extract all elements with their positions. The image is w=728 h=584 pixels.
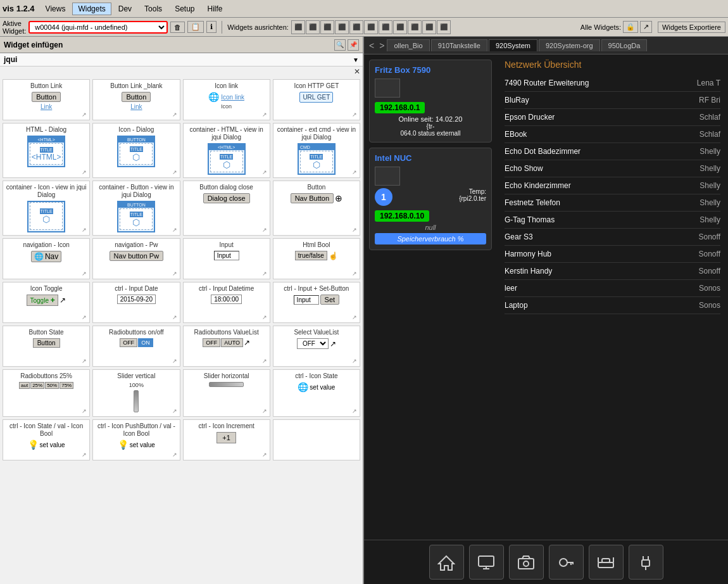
align-btn-3[interactable]: ⬛ <box>320 20 334 34</box>
network-item-3: EBook Schlaf <box>505 126 720 143</box>
network-name-10: Harmony Hub <box>505 250 699 258</box>
network-item-13: Laptop Sonos <box>505 297 720 314</box>
tab-arrow-right[interactable]: > <box>377 41 387 51</box>
widget-cell-html-dialog[interactable]: HTML - Dialog <HTML> TITLE <HTML> ↗ <box>3 123 90 178</box>
widget-cell-nav-icon[interactable]: navigation - Icon 🌐 Nav ↗ <box>3 238 90 279</box>
align-btn-2[interactable]: ⬛ <box>306 20 320 34</box>
align-btn-1[interactable]: ⬛ <box>291 20 305 34</box>
menu-dev[interactable]: Dev <box>113 3 137 15</box>
align-btn-5[interactable]: ⬛ <box>349 20 363 34</box>
widget-cell-button-link-blank[interactable]: Button Link _blank Button Link ↗ <box>92 79 180 120</box>
bottom-btn-monitor[interactable] <box>469 545 504 580</box>
radio-valuelist-preview: OFF AUTO ↗ <box>203 338 250 347</box>
widget-cell-icon-http-get[interactable]: Icon HTTP GET URL GET ↗ <box>273 79 360 120</box>
widget-selector[interactable]: w00044 (jqui-mfd - undefined) <box>28 21 168 34</box>
widget-cell-button-state[interactable]: Button State Button ↗ <box>3 326 90 367</box>
widget-cell-html-bool[interactable]: Html Bool true/false ☝ ↗ <box>273 238 360 279</box>
tab-920system[interactable]: 920System <box>489 39 537 51</box>
widget-cell-input[interactable]: Input Input ↗ <box>183 238 270 279</box>
bottom-btn-home[interactable] <box>429 545 464 580</box>
speicher-btn[interactable]: Speicherverbrauch % <box>375 233 486 244</box>
svg-point-5 <box>524 561 529 566</box>
widget-cell-radio-onoff[interactable]: Radiobuttons on/off OFF ON ↗ <box>92 326 180 367</box>
network-name-1: BluRay <box>505 96 699 105</box>
menu-widgets[interactable]: Widgets <box>72 3 111 15</box>
container-icon-preview: TITLE ⬡ <box>27 201 65 232</box>
widget-cell-container-html[interactable]: container - HTML - view in jqui Dialog <… <box>183 123 270 178</box>
menu-tools[interactable]: Tools <box>139 3 168 15</box>
widget-cell-input-set[interactable]: ctrl - Input + Set-Button Input Set ↗ <box>273 282 360 323</box>
bottom-btn-bed[interactable] <box>589 545 624 580</box>
widget-cell-icon-state-bool[interactable]: ctrl - Icon State / val - Icon Bool 💡 se… <box>3 419 90 460</box>
align-btn-9[interactable]: ⬛ <box>408 20 422 34</box>
tab-920system-org[interactable]: 920System-org <box>539 39 600 51</box>
drag-handle-22: ↗ <box>171 357 179 365</box>
widget-row-4: navigation - Icon 🌐 Nav ↗ navigation - P… <box>3 238 360 279</box>
link-preview: Link <box>41 103 52 110</box>
alle-lock-btn[interactable]: 🔒 <box>623 21 638 33</box>
category-dropdown[interactable]: jqui ▼ <box>0 53 363 67</box>
pin-icon[interactable]: 📌 <box>348 39 359 51</box>
tab-arrow-left[interactable]: < <box>367 41 377 51</box>
widget-cell-nav-button[interactable]: Button Nav Button ⊕ ↗ <box>273 181 360 236</box>
widget-cell-slider-h[interactable]: Slider horizontal ↗ <box>183 369 270 417</box>
align-btn-8[interactable]: ⬛ <box>393 20 407 34</box>
widget-label-icon-pushbutton: ctrl - Icon PushButton / val - Icon Bool <box>96 422 177 438</box>
bottom-btn-plug[interactable] <box>629 545 663 580</box>
drag-handle-18: ↗ <box>171 314 179 321</box>
widget-cell-icon-link[interactable]: Icon link 🌐 Icon link Icon ↗ <box>183 79 270 120</box>
widgets-export-btn[interactable]: Widgets Exportiere <box>658 22 725 33</box>
widget-cell-button-link[interactable]: Button Link Button Link ↗ <box>3 79 90 120</box>
widget-cell-container-button[interactable]: container - Button - view in jqui Dialog… <box>92 181 180 236</box>
align-btn-4[interactable]: ⬛ <box>335 20 349 34</box>
menu-views[interactable]: Views <box>40 3 72 15</box>
align-btn-10[interactable]: ⬛ <box>422 20 436 34</box>
widget-cell-icon-pushbutton[interactable]: ctrl - Icon PushButton / val - Icon Bool… <box>92 419 180 460</box>
align-buttons: ⬛ ⬛ ⬛ ⬛ ⬛ ⬛ ⬛ ⬛ ⬛ ⬛ ⬛ <box>291 20 451 34</box>
widget-label-icon-toggle: Icon Toggle <box>30 285 63 293</box>
align-btn-7[interactable]: ⬛ <box>379 20 392 34</box>
widget-cell-ctrl-input-date[interactable]: ctrl - Input Date 2015-09-20 ↗ <box>92 282 180 323</box>
menu-hilfe[interactable]: Hilfe <box>201 3 228 15</box>
main-layout: Widget einfügen 🔍 📌 jqui ▼ ✕ Button Link… <box>0 37 728 584</box>
alle-external-btn[interactable]: ↗ <box>640 21 652 33</box>
widget-cell-icon-state[interactable]: ctrl - Icon State 🌐 set value ↗ <box>273 369 360 417</box>
align-btn-11[interactable]: ⬛ <box>437 20 451 34</box>
menu-setup[interactable]: Setup <box>169 3 200 15</box>
bottom-btn-key[interactable] <box>549 545 584 580</box>
search-icon[interactable]: 🔍 <box>334 39 346 51</box>
network-loc-12: Sonos <box>699 284 720 293</box>
vl-drag-icon: ↗ <box>244 338 250 347</box>
bottom-btn-camera[interactable] <box>509 545 544 580</box>
widget-cell-radio-25[interactable]: Radiobuttons 25% aut 25% 50% 75% ↗ <box>3 369 90 417</box>
widget-cell-icon-increment[interactable]: ctrl - Icon Increment +1 ↗ <box>183 419 270 460</box>
widget-cell-dialog-close[interactable]: Button dialog close Dialog close ↗ <box>183 181 270 236</box>
drag-handle: ↗ <box>80 111 88 118</box>
drag-handle-2: ↗ <box>171 111 179 118</box>
info-widget-btn[interactable]: ℹ <box>206 21 217 33</box>
tab-ollen-bio[interactable]: ollen_Bio <box>387 39 429 51</box>
align-btn-6[interactable]: ⬛ <box>364 20 378 34</box>
network-loc-3: Schlaf <box>700 130 720 139</box>
widget-cell-radio-valuelist[interactable]: Radiobuttons ValueList OFF AUTO ↗ ↗ <box>183 326 270 367</box>
widget-row-2: HTML - Dialog <HTML> TITLE <HTML> ↗ Icon… <box>3 123 360 178</box>
widget-cell-ctrl-input-datetime[interactable]: ctrl - Input Datetime 18:00:00 ↗ <box>183 282 270 323</box>
widget-cell-icon-toggle[interactable]: Icon Toggle Toggle + ↗ ↗ <box>3 282 90 323</box>
container-cmd-preview: CMD TITLE ⬡ <box>298 143 336 175</box>
select-valuelist-preview: OFF ↗ <box>297 338 336 349</box>
widget-cell-select-valuelist[interactable]: Select ValueList OFF ↗ ↗ <box>273 326 360 367</box>
widget-cell-nav-pw[interactable]: navigation - Pw Nav button Pw ↗ <box>92 238 180 279</box>
widget-label-nav-pw: navigation - Pw <box>115 241 158 249</box>
widget-cell-icon-dialog[interactable]: Icon - Dialog BUTTON TITLE ⬡ ↗ <box>92 123 180 178</box>
widget-cell-container-cmd[interactable]: container - ext cmd - view in jqui Dialo… <box>273 123 360 178</box>
slider-h-control <box>209 382 244 387</box>
drag-handle-4: ↗ <box>351 111 358 118</box>
tab-950logda[interactable]: 950LogDa <box>601 39 648 51</box>
widget-cell-slider-v[interactable]: Slider vertical 100% ↗ <box>92 369 180 417</box>
copy-widget-btn[interactable]: 📋 <box>187 21 204 33</box>
close-panel[interactable]: ✕ <box>0 67 363 77</box>
delete-widget-btn[interactable]: 🗑 <box>170 22 185 33</box>
widget-cell-container-icon[interactable]: container - Icon - view in jqui Dialog T… <box>3 181 90 236</box>
widget-label-button-state: Button State <box>29 329 64 336</box>
tab-910tankstelle[interactable]: 910Tankstelle <box>431 39 487 51</box>
